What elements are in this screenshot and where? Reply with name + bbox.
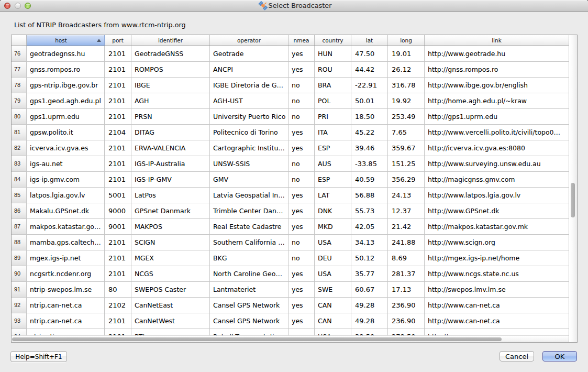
cell-identifier: CanNetWest <box>131 313 210 329</box>
header-identifier[interactable]: identifier <box>131 35 210 46</box>
header-rownum[interactable] <box>12 35 27 46</box>
header-lat[interactable]: lat <box>351 35 388 46</box>
cell-identifier: ROMPOS <box>131 62 210 78</box>
table-caption: List of NTRIP Broadcasters from www.rtcm… <box>14 21 186 29</box>
header-operator[interactable]: operator <box>210 35 289 46</box>
cell-long: 241.88 <box>388 235 425 250</box>
cell-lat: 50.12 <box>351 250 388 266</box>
table-row[interactable]: 92ntrip.can-net.ca2102CanNetEastCansel G… <box>12 298 569 313</box>
cell-country: DEU <box>315 250 351 266</box>
cell-link: http://swepos.lmv.lm.se <box>425 282 569 298</box>
cell-host: igs-ip.gmv.com <box>27 172 105 188</box>
help-button[interactable]: Help=Shift+F1 <box>10 351 67 362</box>
cell-port: 2101 <box>105 78 131 93</box>
window-title-area: Select Broadcaster <box>0 0 588 11</box>
cell-long: 8.69 <box>388 250 425 266</box>
table-row[interactable]: 88mamba.gps.caltech…2101SCIGNSouthern Ca… <box>12 235 569 250</box>
cell-host: gps1.uprm.edu <box>27 109 105 125</box>
header-country[interactable]: country <box>315 35 351 46</box>
cell-lat: 40.59 <box>351 172 388 188</box>
table-row[interactable]: 89mgex.igs-ip.net2101MGEXBKGnoDEU50.128.… <box>12 250 569 266</box>
cell-long: 12.37 <box>388 203 425 219</box>
cell-long: 236.90 <box>388 298 425 313</box>
cell-identifier: LatPos <box>131 188 210 203</box>
cell-country: AUS <box>315 156 351 172</box>
header-long[interactable]: long <box>388 35 425 46</box>
cell-port: 2101 <box>105 266 131 282</box>
cell-link: http://www.vercelli.polito.it/civili/top… <box>425 125 569 140</box>
table-row[interactable]: 78gps-ntrip.ibge.gov.br2101IBGEIGBE Dire… <box>12 78 569 93</box>
cell-link: http://icverva.icv.gva.es:8080 <box>425 140 569 156</box>
horizontal-scrollbar[interactable] <box>12 335 569 342</box>
cell-lat: 34.13 <box>351 235 388 250</box>
table-row[interactable]: 83igs-au.net2101IGS-IP-AustraliaUNSW-SSI… <box>12 156 569 172</box>
table-row[interactable]: 85latpos.lgia.gov.lv5001LatPosLatvia Geo… <box>12 188 569 203</box>
cell-host: latpos.lgia.gov.lv <box>27 188 105 203</box>
cancel-button-label: Cancel <box>505 353 528 360</box>
cancel-button[interactable]: Cancel <box>500 351 534 362</box>
cell-operator: GMV <box>210 172 289 188</box>
cell-num: 76 <box>12 46 27 62</box>
cell-lat: 35.77 <box>351 266 388 282</box>
cell-long: 24.13 <box>388 188 425 203</box>
table-row[interactable]: 87makpos.katastar.go…9001MAKPOSReal Esta… <box>12 219 569 235</box>
cell-num: 81 <box>12 125 27 140</box>
table-row[interactable]: 84igs-ip.gmv.com2101IGS-IP-GMVGMVnoESP40… <box>12 172 569 188</box>
cell-host: gps-ntrip.ibge.gov.br <box>27 78 105 93</box>
table-row[interactable]: 77gnss.rompos.ro2101ROMPOSANCPIyesROU44.… <box>12 62 569 78</box>
cell-country: ROU <box>315 62 351 78</box>
cell-link: http://magicgnss.gmv.com <box>425 172 569 188</box>
table-row[interactable]: 91ntrip-swepos.lm.se80SWEPOS CasterLantm… <box>12 282 569 298</box>
table-row[interactable]: 86Makalu.GPSnet.dk9000GPSnet DanmarkTrim… <box>12 203 569 219</box>
cell-country: CAN <box>315 313 351 329</box>
table-row[interactable]: 90ncgsrtk.ncdenr.org2101NCGSNorth Caroli… <box>12 266 569 282</box>
header-port[interactable]: port <box>105 35 131 46</box>
sort-ascending-icon <box>97 39 101 42</box>
header-link[interactable]: link <box>425 35 569 46</box>
cell-link: http://home.agh.edu.pl/~kraw <box>425 93 569 109</box>
horizontal-scrollbar-thumb[interactable] <box>12 337 502 341</box>
cell-operator: UNSW-SSIS <box>210 156 289 172</box>
cell-num: 93 <box>12 313 27 329</box>
table-row[interactable]: 76geotradegnss.hu2101GeotradeGNSSGeotrad… <box>12 46 569 62</box>
header-nmea[interactable]: nmea <box>289 35 315 46</box>
cell-operator: Politecnico di Torino <box>210 125 289 140</box>
cell-operator: Latvia Geospatial In… <box>210 188 289 203</box>
table-body: 76geotradegnss.hu2101GeotradeGNSSGeotrad… <box>12 46 569 342</box>
cell-port: 9001 <box>105 219 131 235</box>
cell-nmea: yes <box>289 46 315 62</box>
cell-operator: Cartographic Institu… <box>210 140 289 156</box>
table-row[interactable]: 82icverva.icv.gva.es2101ERVA-VALENCIACar… <box>12 140 569 156</box>
cell-port: 9000 <box>105 203 131 219</box>
cell-operator: Lantmateriet <box>210 282 289 298</box>
cell-host: geotradegnss.hu <box>27 46 105 62</box>
cell-identifier: AGH <box>131 93 210 109</box>
cell-long: 356.29 <box>388 172 425 188</box>
cell-identifier: NCGS <box>131 266 210 282</box>
cell-lat: 42.05 <box>351 219 388 235</box>
cell-long: 19.01 <box>388 46 425 62</box>
cell-num: 91 <box>12 282 27 298</box>
cell-host: igs-au.net <box>27 156 105 172</box>
vertical-scrollbar[interactable] <box>569 35 577 342</box>
cell-nmea: no <box>289 109 315 125</box>
cell-identifier: IGS-IP-Australia <box>131 156 210 172</box>
cell-country: HUN <box>315 46 351 62</box>
header-host[interactable]: host <box>27 35 105 46</box>
window-title: Select Broadcaster <box>269 2 332 9</box>
cell-identifier: DITAG <box>131 125 210 140</box>
vertical-scrollbar-thumb[interactable] <box>571 183 575 217</box>
cell-country: ITA <box>315 125 351 140</box>
cell-long: 17.13 <box>388 282 425 298</box>
table-row[interactable]: 79gps1.geod.agh.edu.pl2101AGHAGH-USTnoPO… <box>12 93 569 109</box>
cell-num: 90 <box>12 266 27 282</box>
cell-num: 86 <box>12 203 27 219</box>
table-row[interactable]: 93ntrip.can-net.ca2101CanNetWestCansel G… <box>12 313 569 329</box>
table-row[interactable]: 80gps1.uprm.edu2101PRSNUniversity Puerto… <box>12 109 569 125</box>
cell-host: gps1.geod.agh.edu.pl <box>27 93 105 109</box>
cell-nmea: yes <box>289 282 315 298</box>
ok-button-label: OK <box>555 353 565 360</box>
ok-button[interactable]: OK <box>542 351 577 362</box>
titlebar[interactable]: Select Broadcaster <box>0 0 588 12</box>
table-row[interactable]: 81gpsw.polito.it2104DITAGPolitecnico di … <box>12 125 569 140</box>
